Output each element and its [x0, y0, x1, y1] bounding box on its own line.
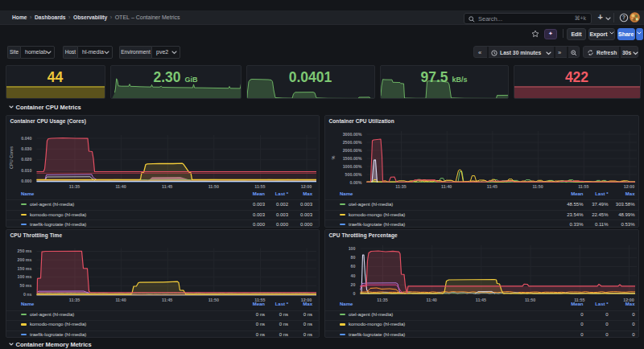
svg-text:?: ? — [622, 14, 625, 20]
